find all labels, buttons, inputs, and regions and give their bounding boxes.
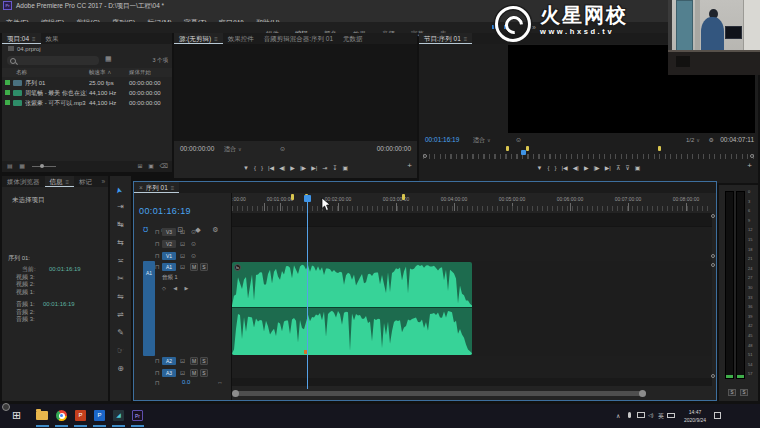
source-mark-in-button[interactable]: {: [254, 161, 256, 175]
column-rate[interactable]: 帧速率 ∧: [89, 68, 112, 77]
track-height-handle[interactable]: [711, 374, 715, 378]
program-timecode[interactable]: 00:01:16:19: [425, 134, 459, 146]
slip-tool[interactable]: ⇋: [110, 289, 131, 307]
playhead-line[interactable]: [307, 201, 308, 389]
tab-media-browser[interactable]: 媒体浏览器: [2, 176, 45, 187]
track-name[interactable]: 音频 1: [162, 274, 178, 281]
selection-tool[interactable]: ➤: [110, 178, 131, 203]
close-icon[interactable]: ×: [139, 184, 143, 191]
razor-tool[interactable]: ✂: [110, 271, 131, 289]
track-lock-icon[interactable]: ⊓: [155, 357, 160, 364]
source-tab-1[interactable]: 效果控件: [223, 33, 259, 44]
new-bin-icon[interactable]: ⊞: [137, 163, 142, 169]
timeline-clip-area[interactable]: fx :00:0000:01:00:0000:02:00:0000:03:00:…: [231, 193, 712, 400]
tab-markers[interactable]: 标记: [74, 176, 97, 187]
wrench-icon[interactable]: ⚙: [709, 134, 714, 146]
source-step-fwd-button[interactable]: ▶|: [311, 161, 317, 175]
mute-button[interactable]: M: [190, 263, 198, 271]
source-frame-fwd-button[interactable]: |▶: [300, 161, 306, 175]
track-height-handle[interactable]: [711, 263, 715, 267]
track-button-V1[interactable]: V1: [162, 252, 176, 260]
sync-lock-icon[interactable]: ⊡: [180, 357, 185, 364]
panel-menu-icon[interactable]: ≡: [214, 36, 218, 42]
mute-button[interactable]: M: [190, 357, 198, 365]
project-search-input[interactable]: [7, 56, 99, 65]
pen-tool[interactable]: ✎: [110, 325, 131, 343]
program-step-back-button[interactable]: |◀: [562, 161, 568, 175]
next-keyframe-icon[interactable]: ▶: [185, 285, 189, 291]
audio-track-header-a3[interactable]: ⊓A3⊡MS: [134, 368, 231, 379]
track-select-tool[interactable]: ⇥: [110, 199, 131, 217]
label-color-swatch[interactable]: [5, 80, 10, 85]
program-play-button[interactable]: ▶: [584, 161, 589, 175]
sequence-marker-2[interactable]: [402, 194, 405, 200]
video-track-header-v3[interactable]: ⊓V3⊡⊙: [134, 227, 231, 238]
program-fit-dropdown[interactable]: 适合∨: [473, 134, 491, 146]
solo-button[interactable]: S: [200, 263, 208, 271]
list-view-icon[interactable]: ▤: [7, 163, 13, 169]
program-button-editor-plus[interactable]: +: [747, 161, 752, 170]
ripple-edit-tool[interactable]: ↹: [110, 217, 131, 235]
track-button-V3[interactable]: V3: [162, 228, 176, 236]
action-center-icon[interactable]: [714, 412, 721, 419]
program-step-fwd-button[interactable]: ▶|: [605, 161, 611, 175]
new-item-icon[interactable]: ▣: [148, 163, 154, 169]
zoom-handle-left[interactable]: [423, 154, 427, 158]
audio-track-header-a2[interactable]: ⊓A2⊡MS: [134, 356, 231, 367]
premiere-taskbar-icon[interactable]: Pr: [131, 409, 144, 422]
project-row-1[interactable]: 周笔畅 - 最美 你也在这里 .44,100 Hz00:00:00:00: [2, 88, 172, 98]
label-color-swatch[interactable]: [5, 90, 10, 95]
track-button-A1[interactable]: A1: [162, 263, 176, 271]
horizontal-scrollbar[interactable]: [232, 389, 712, 398]
sync-lock-icon[interactable]: ⊡: [180, 240, 185, 247]
sync-lock-icon[interactable]: ⊡: [180, 228, 185, 235]
fit-icon[interactable]: ↔: [217, 379, 223, 385]
work-area-bar[interactable]: [232, 213, 712, 227]
source-overwrite-button[interactable]: ↧: [332, 161, 337, 175]
zoom-slider[interactable]: [32, 166, 56, 167]
label-color-swatch[interactable]: [5, 100, 10, 105]
sequence-marker-0[interactable]: [291, 194, 294, 200]
clock[interactable]: 14:472020/9/24: [678, 408, 712, 424]
sync-lock-icon[interactable]: ⊡: [180, 369, 185, 376]
app-icon-red-p[interactable]: P: [74, 409, 87, 422]
solo-right-button[interactable]: S: [740, 389, 748, 396]
app-icon-dark[interactable]: ◢: [112, 409, 125, 422]
display-icon[interactable]: [637, 412, 645, 418]
source-insert-button[interactable]: ⇥: [322, 161, 327, 175]
program-mark-in-button[interactable]: {: [548, 161, 550, 175]
track-lock-icon[interactable]: ⊓: [155, 263, 160, 270]
panel-menu-icon[interactable]: ≡: [171, 185, 175, 191]
track-height-handle[interactable]: [711, 214, 715, 218]
track-lock-icon[interactable]: ⊓: [155, 228, 160, 235]
playhead-head[interactable]: [304, 195, 311, 202]
source-export-frame-button[interactable]: ▣: [342, 161, 348, 175]
source-settings-icon[interactable]: ⊙: [280, 143, 285, 155]
track-lock-icon[interactable]: ⊓: [155, 369, 160, 376]
program-mini-timeline[interactable]: [423, 146, 754, 160]
ime-indicator[interactable]: 英: [658, 412, 664, 421]
program-extract-button[interactable]: ⊽: [625, 161, 629, 175]
keyboard-icon[interactable]: [667, 413, 675, 418]
source-frame-back-button[interactable]: ◀|: [279, 161, 285, 175]
source-fit-dropdown[interactable]: 适合∨: [224, 143, 242, 155]
solo-button[interactable]: S: [200, 369, 208, 377]
project-breadcrumb[interactable]: 04.prproj: [8, 46, 41, 52]
filter-bin-icon[interactable]: ▦: [105, 55, 112, 63]
program-mark-out-button[interactable]: }: [555, 161, 557, 175]
scrollbar-thumb[interactable]: [234, 391, 646, 396]
source-mark-out-button[interactable]: }: [261, 161, 263, 175]
prev-keyframe-icon[interactable]: ◀: [173, 285, 177, 291]
video-track-header-v2[interactable]: ⊓V2⊡⊙: [134, 239, 231, 250]
trash-icon[interactable]: ⌫: [160, 163, 168, 169]
source-step-back-button[interactable]: |◀: [268, 161, 274, 175]
program-frame-back-button[interactable]: ◀|: [573, 161, 579, 175]
rolling-edit-tool[interactable]: ⇆: [110, 235, 131, 253]
panel-menu-icon[interactable]: ≡: [66, 179, 70, 185]
rate-stretch-tool[interactable]: ≍: [110, 253, 131, 271]
file-explorer-icon[interactable]: [36, 409, 49, 422]
tab-overflow-icon[interactable]: »: [98, 176, 108, 187]
program-marker-1[interactable]: [526, 146, 529, 151]
microphone-icon[interactable]: [628, 412, 631, 418]
track-button-A3[interactable]: A3: [162, 369, 176, 377]
